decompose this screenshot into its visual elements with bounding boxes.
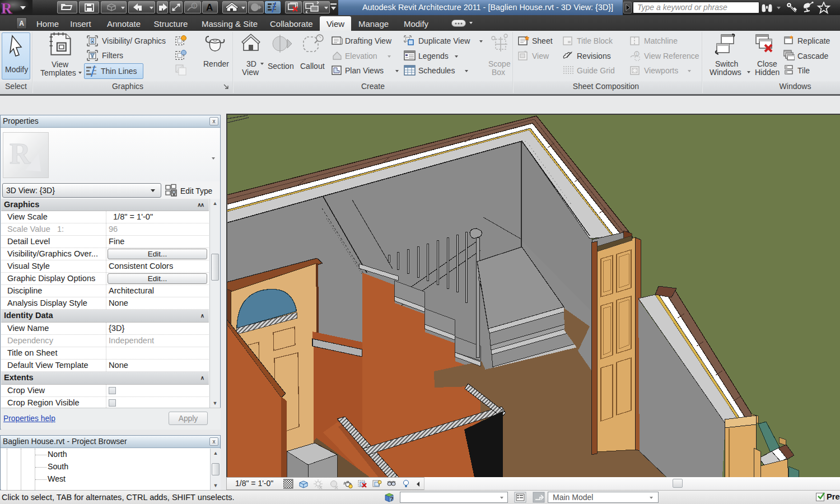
svg-text:1: 1 <box>193 3 196 8</box>
svg-text:1: 1 <box>636 52 638 56</box>
svg-text:?: ? <box>390 496 394 502</box>
svg-text:A: A <box>206 2 213 13</box>
svg-text:R: R <box>10 138 31 170</box>
svg-text:R: R <box>1 0 12 15</box>
